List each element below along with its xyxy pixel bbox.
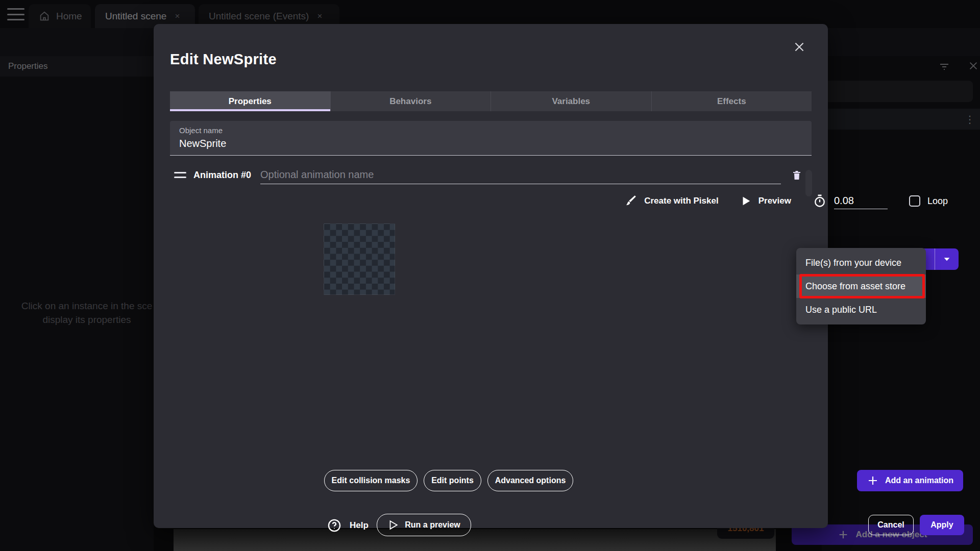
object-name-value: NewSprite [179, 138, 802, 149]
add-animation-button[interactable]: Add an animation [857, 470, 963, 491]
run-preview-button[interactable]: Run a preview [377, 514, 471, 536]
plus-icon [867, 474, 879, 487]
help-label: Help [350, 520, 369, 531]
stopwatch-icon [813, 194, 827, 208]
help-button[interactable]: Help [327, 515, 369, 536]
tab-effects[interactable]: Effects [651, 91, 812, 111]
menu-item-files-from-device[interactable]: File(s) from your device [796, 251, 926, 274]
drag-handle[interactable] [174, 172, 186, 178]
help-icon [327, 518, 341, 533]
animation-name: Animation #0 [193, 170, 251, 181]
close-dialog-icon[interactable] [789, 37, 810, 57]
dialog-tab-bar: Properties Behaviors Variables Effects [170, 91, 812, 111]
edit-collision-masks-button[interactable]: Edit collision masks [324, 470, 418, 491]
add-sprite-menu: File(s) from your device Choose from ass… [796, 248, 926, 324]
menu-item-choose-from-asset-store[interactable]: Choose from asset store [796, 274, 926, 298]
tab-properties[interactable]: Properties [170, 91, 330, 111]
apply-button[interactable]: Apply [920, 515, 964, 535]
delete-animation-icon[interactable] [789, 167, 804, 183]
edit-sprite-dialog: Edit NewSprite Properties Behaviors Vari… [154, 24, 828, 528]
time-between-frames-input[interactable] [834, 193, 888, 209]
loop-checkbox[interactable] [909, 195, 920, 207]
app-window: Home Untitled scene × Untitled scene (Ev… [0, 0, 980, 551]
animation-row: Animation #0 [170, 165, 812, 185]
tab-behaviors[interactable]: Behaviors [330, 91, 491, 111]
play-outline-icon [387, 519, 399, 531]
object-name-field[interactable]: Object name NewSprite [170, 121, 812, 156]
chevron-down-icon [943, 255, 951, 263]
loop-label: Loop [927, 196, 948, 207]
menu-item-use-public-url[interactable]: Use a public URL [796, 298, 926, 321]
edit-points-button[interactable]: Edit points [424, 470, 481, 491]
cancel-button[interactable]: Cancel [868, 515, 914, 535]
animation-name-input[interactable] [260, 166, 781, 184]
animation-actions-row: Create with Piskel Preview Loop [511, 191, 948, 211]
preview-button[interactable]: Preview [758, 196, 791, 206]
create-with-piskel-button[interactable]: Create with Piskel [644, 196, 719, 206]
add-sprite-dropdown-button[interactable] [935, 248, 959, 270]
dialog-title: Edit NewSprite [170, 51, 277, 68]
sprite-frame-placeholder[interactable] [324, 223, 395, 295]
object-name-label: Object name [179, 126, 802, 135]
play-icon [740, 195, 751, 207]
tab-variables[interactable]: Variables [491, 91, 651, 111]
paintbrush-icon [624, 194, 637, 208]
advanced-options-button[interactable]: Advanced options [487, 470, 573, 491]
